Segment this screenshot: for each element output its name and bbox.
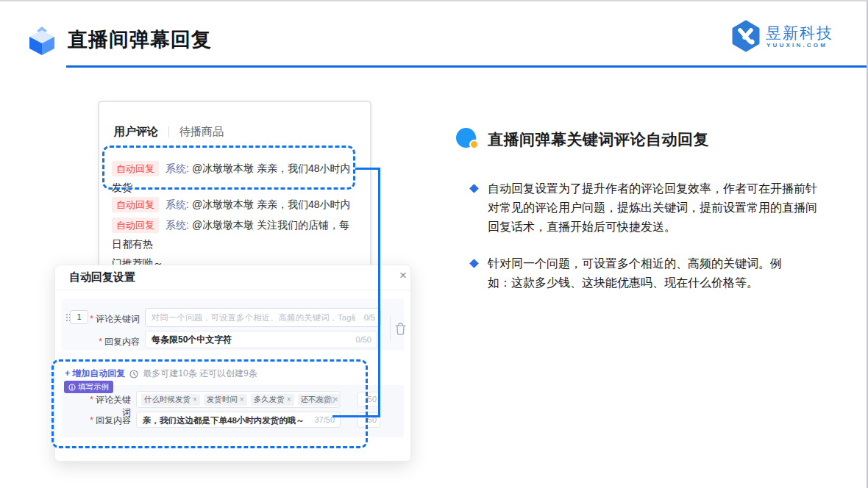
feature-bubble-dot — [469, 140, 479, 149]
required-asterisk: * — [90, 314, 93, 324]
tab-user-comments[interactable]: 用户评论 — [114, 125, 158, 139]
dialog-title: 自动回复设置 — [69, 270, 135, 284]
delete-divider — [390, 316, 391, 341]
tag-remove-icon[interactable]: × — [287, 395, 291, 403]
message-sender: 系统: — [166, 219, 189, 231]
close-icon[interactable]: × — [399, 268, 407, 283]
example-reply-counter: 37/50 — [314, 415, 335, 424]
page: 直播间弹幕回复 昱新科技 YUUXIN.COM 用户评论 待播商品 自动回复系统… — [0, 0, 868, 488]
auto-reply-badge: 自动回复 — [112, 218, 159, 233]
connector-line — [378, 168, 380, 417]
highlight-box-message — [102, 146, 355, 190]
tag-label: 什么时候发货 — [144, 395, 191, 405]
add-reply-hint: 最多可建10条 还可以创建9条 — [143, 367, 257, 380]
keyword-tag[interactable]: 什么时候发货× — [141, 394, 200, 406]
reply-input-wrap: 0/50 — [145, 331, 377, 348]
example-badge-icon — [68, 384, 76, 391]
example-badge: 填写示例 — [64, 381, 113, 393]
keyword-input[interactable] — [146, 309, 380, 326]
connector-line — [332, 415, 379, 417]
keyword-input-wrap: 0/5 — [145, 308, 381, 327]
brand-name: 昱新科技 — [766, 23, 833, 43]
tab-pending-products[interactable]: 待播商品 — [179, 125, 224, 139]
page-title: 直播间弹幕回复 — [68, 26, 212, 53]
reply-input[interactable] — [146, 331, 377, 348]
message-sender: 系统: — [166, 198, 189, 210]
tab-divider — [168, 126, 169, 137]
reply-label: *回复内容 — [88, 336, 140, 348]
diamond-bullet-icon — [469, 184, 479, 193]
required-asterisk: * — [99, 337, 102, 347]
connector-line — [355, 168, 380, 170]
bullet-text: 针对同一个问题，可设置多个相近的、高频的关键词。例 如：这款多少钱、这块能优惠吗… — [488, 254, 855, 293]
feature-bubble-icon — [456, 128, 476, 148]
bullet-text: 自动回复设置为了提升作者的评论回复效率，作者可在开播前针 对常见的评论用户问题，… — [488, 179, 855, 237]
delete-icon[interactable] — [395, 323, 406, 335]
example-reply-input[interactable]: 亲，我们这边都是下单48小时内发货的哦～ 37/50 — [136, 412, 341, 428]
tag-label: 多久发货 — [254, 395, 285, 405]
auto-reply-badge: 自动回复 — [112, 197, 159, 212]
example-keyword-counter: 20/50 — [314, 395, 335, 404]
section-heading: 直播间弹幕关键词评论自动回复 — [488, 129, 709, 150]
keyword-counter: 0/5 — [364, 313, 375, 322]
example-keyword-input[interactable]: 什么时候发货× 发货时间× 多久发货× 还不发货× 20/50 — [136, 391, 341, 408]
rule-index-input[interactable]: 1 — [70, 310, 88, 324]
add-reply-button[interactable]: + 增加自动回复 — [65, 367, 125, 380]
tag-remove-icon[interactable]: × — [240, 395, 244, 403]
title-underline — [66, 65, 868, 68]
add-reply-row: + 增加自动回复 最多可建10条 还可以创建9条 — [65, 367, 257, 380]
dialog-header-divider — [55, 290, 410, 290]
brand-logo-icon — [730, 20, 762, 52]
cube-icon — [26, 24, 57, 57]
example-reply-text: 亲，我们这边都是下单48小时内发货的哦～ — [137, 412, 340, 428]
diamond-bullet-icon — [469, 259, 479, 268]
brand-domain: YUUXIN.COM — [766, 42, 828, 49]
keyword-tag[interactable]: 多久发货× — [251, 394, 294, 406]
reply-counter: 0/50 — [356, 335, 371, 344]
keyword-label: *评论关键词 — [88, 313, 140, 326]
tag-remove-icon[interactable]: × — [193, 395, 197, 403]
keyword-tag[interactable]: 发货时间× — [204, 394, 247, 406]
hint-clock-icon — [129, 370, 138, 378]
tag-label: 发货时间 — [207, 395, 238, 405]
tab-bar: 用户评论 待播商品 — [114, 125, 224, 139]
